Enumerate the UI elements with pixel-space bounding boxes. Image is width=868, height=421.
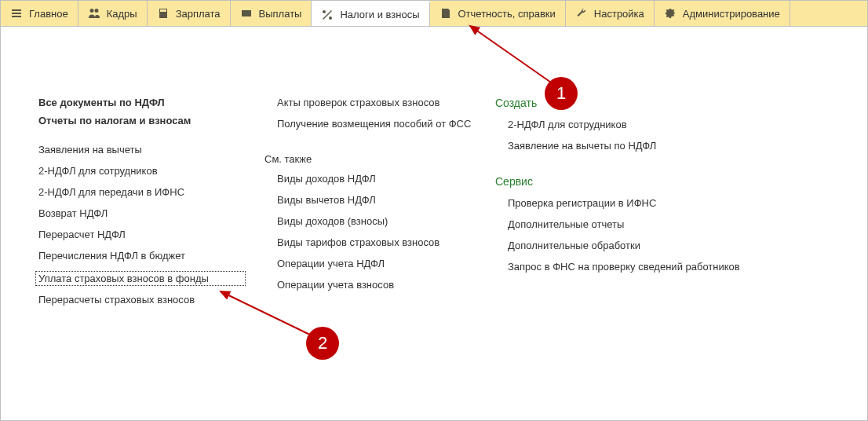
see-also-link[interactable]: Виды доходов НДФЛ bbox=[277, 173, 476, 185]
tab-admin[interactable]: Администрирование bbox=[655, 1, 790, 26]
col1-link[interactable]: Перерасчет НДФЛ bbox=[38, 229, 246, 240]
service-link[interactable]: Дополнительные обработки bbox=[508, 240, 867, 251]
tab-label: Отчетность, справки bbox=[458, 8, 556, 20]
tab-settings[interactable]: Настройка bbox=[566, 1, 655, 26]
tab-payments[interactable]: Выплаты bbox=[231, 1, 312, 26]
col1-heading-b[interactable]: Отчеты по налогам и взносам bbox=[38, 115, 246, 126]
see-also-link[interactable]: Операции учета НДФЛ bbox=[277, 258, 476, 269]
tab-main[interactable]: Главное bbox=[1, 1, 78, 26]
col2-top-link[interactable]: Акты проверок страховых взносов bbox=[277, 97, 476, 108]
create-heading: Создать bbox=[495, 97, 867, 109]
col1-heading-a[interactable]: Все документы по НДФЛ bbox=[38, 97, 246, 108]
col1-link[interactable]: Уплата страховых взносов в фонды bbox=[35, 271, 246, 286]
service-heading: Сервис bbox=[495, 175, 867, 188]
tab-hr[interactable]: Кадры bbox=[78, 1, 148, 26]
tab-label: Налоги и взносы bbox=[340, 9, 419, 20]
see-also-link[interactable]: Виды доходов (взносы) bbox=[277, 215, 476, 227]
service-link[interactable]: Проверка регистрации в ИФНС bbox=[508, 197, 867, 209]
card-icon bbox=[240, 7, 253, 20]
col1-link[interactable]: 2-НДФЛ для сотрудников bbox=[38, 165, 246, 177]
col1-link[interactable]: Перерасчеты страховых взносов bbox=[38, 294, 246, 306]
tab-label: Выплаты bbox=[259, 8, 302, 20]
col1-link[interactable]: Возврат НДФЛ bbox=[38, 207, 246, 219]
column-3: Создать 2-НДФЛ для сотрудниковЗаявление … bbox=[495, 97, 867, 420]
see-also-link[interactable]: Операции учета взносов bbox=[277, 279, 476, 291]
tab-label: Настройка bbox=[594, 8, 644, 20]
calc-icon bbox=[157, 7, 170, 20]
create-link[interactable]: 2-НДФЛ для сотрудников bbox=[508, 119, 867, 130]
see-also-heading: См. также bbox=[264, 153, 476, 165]
col1-link[interactable]: Заявления на вычеты bbox=[38, 144, 246, 156]
top-toolbar: ГлавноеКадрыЗарплатаВыплатыНалоги и взно… bbox=[1, 1, 867, 27]
gear-icon bbox=[664, 7, 677, 20]
doc-icon bbox=[439, 7, 452, 20]
percent-icon bbox=[321, 9, 334, 21]
tab-label: Кадры bbox=[107, 8, 137, 20]
tab-label: Главное bbox=[29, 8, 68, 20]
tab-reports[interactable]: Отчетность, справки bbox=[430, 1, 566, 26]
see-also-link[interactable]: Виды тарифов страховых взносов bbox=[277, 236, 476, 248]
tab-salary[interactable]: Зарплата bbox=[148, 1, 231, 26]
content-area: Все документы по НДФЛ Отчеты по налогам … bbox=[1, 26, 867, 420]
app-root: ГлавноеКадрыЗарплатаВыплатыНалоги и взно… bbox=[0, 0, 868, 421]
service-link[interactable]: Дополнительные отчеты bbox=[508, 218, 867, 230]
column-2: Акты проверок страховых взносовПолучение… bbox=[264, 97, 476, 420]
tab-label: Зарплата bbox=[176, 8, 221, 20]
see-also-link[interactable]: Виды вычетов НДФЛ bbox=[277, 194, 476, 206]
service-link[interactable]: Запрос в ФНС на проверку сведений работн… bbox=[508, 261, 867, 273]
column-1: Все документы по НДФЛ Отчеты по налогам … bbox=[38, 97, 246, 420]
menu-icon bbox=[10, 7, 23, 20]
people-icon bbox=[88, 7, 100, 20]
col1-link[interactable]: 2-НДФЛ для передачи в ИФНС bbox=[38, 186, 246, 198]
tab-taxes[interactable]: Налоги и взносы bbox=[312, 1, 429, 26]
tab-label: Администрирование bbox=[683, 8, 780, 20]
create-link[interactable]: Заявление на вычеты по НДФЛ bbox=[508, 140, 867, 152]
wrench-icon bbox=[575, 7, 588, 20]
col1-link[interactable]: Перечисления НДФЛ в бюджет bbox=[38, 250, 246, 262]
col2-top-link[interactable]: Получение возмещения пособий от ФСС bbox=[277, 118, 476, 130]
